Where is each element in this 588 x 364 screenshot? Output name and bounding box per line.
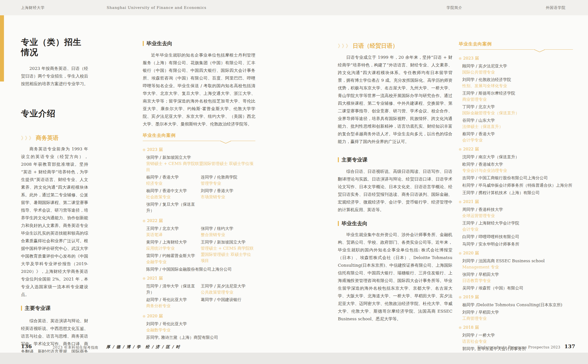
cohort-2023: ◎ 2023 届 顾同学 / 宾夕法尼亚大学 国际公共管理专业 刘同学 / 伦敦…	[459, 56, 573, 143]
graduate-name: 蔡同学 / 香港大学	[462, 131, 573, 137]
graduate-spec: 公共政策管理专业	[201, 289, 254, 295]
year-bullet-icon: ◎	[459, 252, 461, 255]
graduate-entry: 王同学 / 携程计算机技术（上海）有限公司	[462, 190, 573, 196]
graduate-spec: 经济专业	[146, 180, 200, 186]
cohort-year: ◎ 2022 届	[459, 146, 573, 152]
graduate-name: 白同学 / 哔哩哔哩科技有限公司	[462, 234, 573, 240]
column-jp-cases: 毕业生去向案例 ◎ 2023 届 顾同学 / 宾夕法尼亚大学 国际公共管理专业 …	[459, 15, 573, 353]
cohort-2019: ◎ 2019 届 杨同学 /Deloitte Tohmotsu Consulti…	[459, 294, 573, 322]
courses-heading-label: 主要专业课	[25, 305, 51, 312]
courses-heading: 主要专业课	[21, 305, 88, 312]
courses-heading-label: 主要专业课	[342, 156, 367, 163]
graduate-spec: 会计专业	[462, 226, 573, 232]
heading-bar-icon	[21, 306, 22, 311]
prospectus-spread: 上海财经大学 Shanghai University of Finance an…	[0, 0, 588, 364]
graduate-name: 葛同学 / 中国建设银行	[201, 297, 254, 303]
program-name: 商务英语	[36, 134, 59, 142]
year-label: 2020 届	[463, 250, 479, 256]
graduate-spec: 专业会计与企业治理专业	[462, 167, 573, 174]
graduate-entry: 杨同学 / 香港中文大学 社会政策专业	[146, 188, 200, 200]
year-label: 2023 届	[147, 147, 163, 152]
graduate-name: 谷同学 / 山东大学	[462, 117, 573, 123]
graduate-spec: 日语教育学专业	[462, 278, 573, 284]
graduate-entry: 赵同学 / 哥伦比亚大学 商务分析专业	[146, 297, 200, 309]
graduate-name: 王同学 / 新加坡国立大学	[201, 239, 254, 245]
graduate-name: 吴同学 / 埃森哲（中国）有限公司	[462, 285, 573, 291]
graduate-entry: 张同学 / 新加坡国立大学 营销硕士 + CEMS 商学院联盟国际管理硕士 双硕…	[146, 154, 255, 173]
graduate-spec: 管理硕士 + CEMS 商学院联盟国际管理硕士 双硕士学位项目	[201, 245, 254, 264]
graduate-spec: 商业管理专业	[462, 96, 573, 102]
graduate-entry: 吴同学 / 埃森哲（中国）有限公司	[462, 285, 573, 291]
destinations-heading-label: 毕业生去向	[342, 220, 367, 227]
cohort-2022: ◎ 2022 届 王同学 / 北京大学 英语笔译 黄同学 / 上海财经大学 应用…	[143, 218, 255, 272]
year-bullet-icon: ◎	[459, 296, 461, 299]
graduate-entry: 黄同学 / 上海财经大学 应用统计学专业	[146, 239, 200, 251]
graduate-entry: 丁同学 / 北京大学 国际金融管理专业（保送直升）	[462, 104, 573, 116]
cases-rule	[143, 141, 255, 144]
year-bullet-icon: ◎	[143, 277, 145, 280]
graduate-name: 王同学 / 携程计算机技术（上海）有限公司	[462, 190, 573, 196]
graduate-name: 范同学 / 清华大学（保送直升）	[146, 283, 200, 295]
page-number-right: 137	[564, 343, 575, 349]
graduate-spec: 会计学专业	[462, 137, 573, 143]
year-bullet-icon: ◎	[143, 219, 145, 222]
year-label: 2021 届	[463, 199, 479, 204]
program-body: 商务英语专业前身为 1993 年设立的英语专业（经贸方向），2008 年获教育部…	[21, 145, 88, 298]
graduate-entry: 杜同学 / 毕马威华振会计师事务所（特殊普通合伙）上海分所	[462, 182, 573, 188]
header-university-cn: 上海财经大学	[21, 5, 45, 10]
graduate-name: 苏同学, 雅诗兰黛（上海）商贸有限公司	[146, 334, 255, 341]
cohort-year: ◎ 2020 届	[459, 250, 573, 256]
graduate-entry: 苏同学, 雅诗兰黛（上海）商贸有限公司	[146, 334, 255, 341]
year-label: 2022 届	[463, 146, 479, 152]
courses-heading: 主要专业课	[338, 156, 452, 163]
graduate-name: 杜同学 / 毕马威华振会计师事务所（特殊普通合伙）上海分所	[462, 182, 573, 188]
left-accent-bar	[0, 15, 4, 81]
graduate-entry: 张同学 / 复旦大学（保送直升）	[146, 201, 200, 214]
cohort-year: ◎ 2022 届	[143, 218, 255, 223]
cohort-year: ◎ 2023 届	[143, 147, 255, 152]
footer-caption-right: Undergraduate Programs Prospectus 2023	[477, 345, 560, 349]
chevron-down-icon	[534, 49, 546, 52]
destinations-body: 毕业生就业集中在外资公司、涉外会计师事务所、金融机构、贸易公司、学校、政府部门、…	[338, 231, 452, 323]
enrollment-title: 专业（类）招生情况	[21, 37, 88, 57]
graduate-spec: 国际金融管理专业（保送直升）	[462, 110, 573, 116]
bottom-band	[0, 353, 588, 364]
graduate-entry: 白同学 / 哔哩哔哩科技有限公司	[462, 234, 573, 240]
graduate-name: 杨同学 / 香港中文大学	[146, 188, 200, 194]
graduate-name: 杨同学 / 香港大学	[146, 174, 200, 180]
graduate-name: 王同学 / 上海财经大学会计学院	[462, 220, 573, 226]
year-label: 2023 届	[463, 56, 479, 61]
cohort-2020: ◎ 2020 届 刘同学 / 哥伦比亚大学 金融数学专业 苏同学, 雅诗兰黛（上…	[143, 313, 255, 341]
graduate-name: 张同学 / 新加坡国立大学	[146, 154, 255, 161]
graduate-name: 马同学 / 安永华明会计师事务所	[462, 241, 573, 247]
graduate-name: 王同学 / 斯德哥尔摩经济学院	[462, 90, 573, 96]
graduate-spec: 法律硕士（保送直升）	[462, 123, 573, 130]
rule-line	[546, 49, 573, 50]
graduate-entry: 杨同学 / 香港大学 经济专业	[146, 174, 200, 186]
cohort-2021: ◎ 2021 届 周同学 / 香港科技大学 全球运营管理专业 王同学 / 上海财…	[459, 199, 573, 247]
graduate-name: 刘同学 / 伦敦政治经济学院	[462, 77, 573, 83]
graduate-name: 赵同学 / 哥伦比亚大学	[146, 297, 200, 303]
graduate-entry: 王同学 / 新加坡国立大学 管理硕士 + CEMS 商学院联盟国际管理硕士 双硕…	[201, 239, 254, 264]
graduate-entry: 刘同学 / 一桥大学 语言社会专业	[462, 332, 573, 344]
graduate-spec: 管理学专业	[201, 180, 254, 186]
graduate-entry: 杨同学 /Deloitte Tohmotsu Consulting(日本东京所)	[462, 302, 573, 308]
graduate-name: 周同学 / 香港科技大学	[462, 206, 573, 213]
year-label: 2021 届	[147, 276, 163, 281]
graduate-name: 顾同学 / 宾夕法尼亚大学	[462, 63, 573, 69]
cohort-year: ◎ 2018 届	[459, 325, 573, 330]
graduate-entry: 刘同学 / 香港大学 市场营销专业	[201, 188, 254, 200]
graduate-spec: 工商管理专业	[462, 315, 573, 322]
graduate-entry: 谷同学 / 山东大学 法律硕士（保送直升）	[462, 117, 573, 130]
graduate-name: 王同学 / 宾夕法尼亚大学	[201, 283, 254, 289]
graduate-name: 杨同学 /Deloitte Tohmotsu Consulting(日本东京所)	[462, 302, 573, 308]
chevrons-icon: 》》》	[21, 135, 33, 142]
graduate-spec: Management 专业	[462, 264, 573, 270]
graduate-spec: 国际公共管理专业	[462, 69, 573, 75]
graduate-spec: 应用统计学专业	[146, 245, 200, 251]
graduate-spec: 全球运营管理专业	[462, 213, 573, 219]
cases-heading: 毕业生去向案例	[459, 41, 573, 47]
graduate-spec: 性别、发展与全球化专业	[462, 83, 573, 89]
graduate-entry: 马同学 / 安永华明会计师事务所	[462, 241, 573, 247]
graduate-name: 张同学 / 复旦大学（保送直升）	[146, 201, 200, 214]
